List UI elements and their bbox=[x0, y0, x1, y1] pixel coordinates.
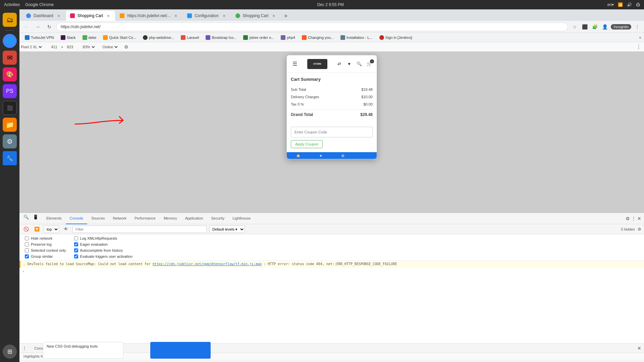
bookmark-slack[interactable]: Slack bbox=[58, 35, 78, 41]
network-select[interactable]: Online bbox=[101, 45, 119, 49]
tab-close-dashboard[interactable]: ✕ bbox=[56, 13, 61, 18]
tab-sources[interactable]: Sources bbox=[87, 213, 109, 224]
evaluate-triggers-checkbox[interactable] bbox=[74, 254, 78, 258]
device-select[interactable]: Pixel 2 XL bbox=[19, 45, 43, 49]
chromecast-icon[interactable]: ⬛ bbox=[581, 23, 589, 31]
bookmark-deke[interactable]: deke bbox=[80, 35, 99, 41]
apply-coupon-button[interactable]: Apply Coupon bbox=[291, 140, 323, 148]
devtools-inspector-icon[interactable]: 🔍 bbox=[22, 213, 30, 221]
dock-icon-devtools[interactable]: 🔧 bbox=[3, 151, 17, 165]
tab-close-shopping2[interactable]: ✕ bbox=[271, 13, 276, 18]
tab-close-config[interactable]: ✕ bbox=[221, 13, 227, 18]
menu-hamburger-icon[interactable]: ☰ bbox=[291, 60, 299, 68]
devtools-close-icon[interactable]: ✕ bbox=[637, 216, 641, 221]
activities-label[interactable]: Activities bbox=[4, 2, 20, 7]
dock-icon-files[interactable]: 🗂 bbox=[3, 13, 17, 27]
tab-cdn[interactable]: https://cdn.jsdelivr.net/... ✕ bbox=[116, 11, 182, 21]
autocomplete-checkbox[interactable] bbox=[74, 248, 78, 252]
tab-application[interactable]: Application bbox=[181, 213, 207, 224]
bookmark-changing[interactable]: Changing you... bbox=[299, 35, 336, 41]
bookmark-jenkins[interactable]: Sign in [Jenkins] bbox=[377, 35, 415, 41]
zoom-select[interactable]: 83% bbox=[82, 45, 96, 49]
preserve-log-label[interactable]: Preserve log bbox=[31, 242, 52, 246]
address-input[interactable]: https://cdn.jsdelivr.net/ bbox=[56, 22, 568, 31]
height-input[interactable] bbox=[64, 45, 76, 49]
console-filter-icon[interactable]: 🔽 bbox=[33, 225, 41, 233]
search-icon[interactable]: 🔍 bbox=[356, 61, 363, 67]
app-grid-icon[interactable]: ⊞ bbox=[341, 154, 344, 158]
bookmark-php4[interactable]: php4 bbox=[278, 35, 298, 41]
compare-icon[interactable]: ⇄ bbox=[336, 61, 342, 67]
forward-button[interactable]: → bbox=[34, 22, 42, 31]
bookmark-star-icon[interactable]: ☆ bbox=[571, 23, 579, 31]
tab-console[interactable]: Console bbox=[66, 213, 87, 224]
new-tab-button[interactable]: + bbox=[281, 11, 290, 21]
group-similar-label[interactable]: Group similar bbox=[31, 254, 53, 258]
tab-memory[interactable]: Memory bbox=[160, 213, 181, 224]
bookmark-bootstrap[interactable]: Bootstrap Ico... bbox=[203, 35, 239, 41]
devtools-device-icon[interactable]: 📱 bbox=[32, 213, 40, 221]
selected-context-checkbox[interactable] bbox=[25, 248, 29, 252]
dock-icon-files2[interactable]: 📁 bbox=[3, 118, 17, 132]
devtools-settings-icon[interactable]: ⚙ bbox=[626, 216, 630, 221]
console-context-select[interactable]: top bbox=[44, 226, 59, 233]
settings-device-icon[interactable]: ⚙ bbox=[124, 44, 128, 50]
bottom-panel-close-button[interactable]: ✕ bbox=[637, 346, 641, 351]
log-xml-checkbox[interactable] bbox=[74, 236, 78, 240]
console-eye-icon[interactable]: 👁 bbox=[62, 225, 70, 233]
devtools-more-icon[interactable]: ⋮ bbox=[631, 216, 636, 221]
tab-configuration[interactable]: Configuration ✕ bbox=[183, 11, 230, 21]
bottom-panel-drag-icon[interactable]: ⋮ bbox=[22, 346, 27, 351]
tab-dashboard[interactable]: Dashboard ✕ bbox=[22, 11, 65, 21]
preserve-log-checkbox[interactable] bbox=[25, 242, 29, 246]
bookmark-install[interactable]: Installation - L... bbox=[338, 35, 375, 41]
console-gear-icon[interactable]: ⚙ bbox=[638, 227, 641, 232]
hide-network-label[interactable]: Hide network bbox=[31, 236, 52, 240]
width-input[interactable] bbox=[48, 45, 60, 49]
group-similar-checkbox[interactable] bbox=[25, 254, 29, 258]
cart-icon[interactable]: 🛒 1 bbox=[366, 61, 373, 67]
app-user-icon[interactable]: 👤 bbox=[363, 154, 367, 158]
profile-icon[interactable]: 👤 bbox=[601, 23, 609, 31]
tab-shopping-cart-2[interactable]: Shopping Cart ✕ bbox=[231, 11, 281, 21]
eager-eval-checkbox[interactable] bbox=[74, 242, 78, 246]
selected-context-label[interactable]: Selected context only bbox=[31, 248, 66, 252]
dock-icon-terminal[interactable]: ⬛ bbox=[3, 101, 17, 115]
console-clear-icon[interactable]: 🚫 bbox=[22, 225, 30, 233]
tab-performance[interactable]: Performance bbox=[130, 213, 160, 224]
tab-elements[interactable]: Elements bbox=[42, 213, 66, 224]
dock-icon-phpstorm[interactable]: PS bbox=[3, 84, 17, 98]
more-device-icon[interactable]: ⋮ bbox=[636, 44, 641, 50]
wishlist-icon[interactable]: ♥ bbox=[346, 61, 353, 67]
dock-icon-apps[interactable]: ⊞ bbox=[3, 345, 17, 359]
language-select[interactable]: en▾ bbox=[607, 2, 614, 7]
evaluate-triggers-label[interactable]: Evaluate triggers user activation bbox=[80, 254, 133, 258]
tab-network[interactable]: Network bbox=[109, 213, 130, 224]
tab-close-cdn[interactable]: ✕ bbox=[173, 13, 178, 18]
tab-security[interactable]: Security bbox=[207, 213, 228, 224]
dock-icon-email[interactable]: ✉ bbox=[3, 51, 17, 65]
console-levels-select[interactable]: Default levels ▾ bbox=[209, 226, 245, 233]
bookmark-laravel[interactable]: Laravel bbox=[178, 35, 202, 41]
reload-button[interactable]: ↻ bbox=[45, 22, 54, 31]
dock-icon-settings[interactable]: ⚙ bbox=[3, 134, 17, 148]
warning-link[interactable]: https://cdn.jsdelivr.net/npm/@tensorflow… bbox=[153, 262, 262, 266]
bookmark-jstree[interactable]: jstree order n... bbox=[240, 35, 277, 41]
console-prompt-row[interactable]: › bbox=[19, 268, 644, 275]
bookmark-turbojet[interactable]: TurboJet VPN bbox=[22, 35, 57, 41]
extensions-icon[interactable]: 🧩 bbox=[591, 23, 599, 31]
log-xml-label[interactable]: Log XMLHttpRequests bbox=[80, 236, 117, 240]
app-star-icon[interactable]: ★ bbox=[319, 154, 322, 158]
tab-shopping-cart[interactable]: Shopping Cart ✕ bbox=[66, 11, 115, 21]
eager-eval-label[interactable]: Eager evaluation bbox=[80, 242, 108, 246]
bookmarks-more[interactable]: » bbox=[639, 35, 641, 40]
bookmark-phpwebdrive[interactable]: php-webdrive... bbox=[140, 35, 177, 41]
tab-close-shopping[interactable]: ✕ bbox=[106, 13, 111, 18]
coupon-input[interactable] bbox=[291, 127, 373, 137]
bookmark-quickstart[interactable]: Quick Start Co... bbox=[100, 35, 139, 41]
dock-icon-chrome[interactable]: 🌐 bbox=[3, 34, 17, 48]
console-filter-input[interactable] bbox=[72, 226, 207, 233]
dock-icon-paint[interactable]: 🎨 bbox=[3, 67, 17, 81]
autocomplete-label[interactable]: Autocomplete from history bbox=[80, 248, 123, 252]
hide-network-checkbox[interactable] bbox=[25, 236, 29, 240]
